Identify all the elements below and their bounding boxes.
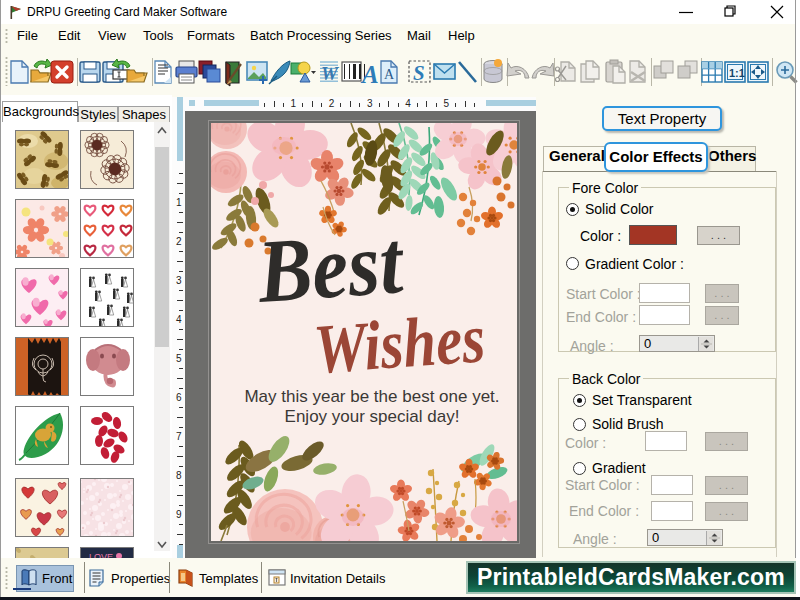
svg-text:Wishes: Wishes bbox=[311, 298, 487, 388]
svg-text:A: A bbox=[360, 61, 379, 88]
svg-text:1:1: 1:1 bbox=[729, 67, 745, 79]
svg-text:S: S bbox=[413, 61, 425, 85]
svg-text:A: A bbox=[384, 67, 395, 82]
svg-text:W: W bbox=[321, 63, 339, 84]
svg-text:Enjoy your special day!: Enjoy your special day! bbox=[285, 407, 460, 426]
svg-text:May this year be the best one: May this year be the best one yet. bbox=[244, 387, 499, 406]
